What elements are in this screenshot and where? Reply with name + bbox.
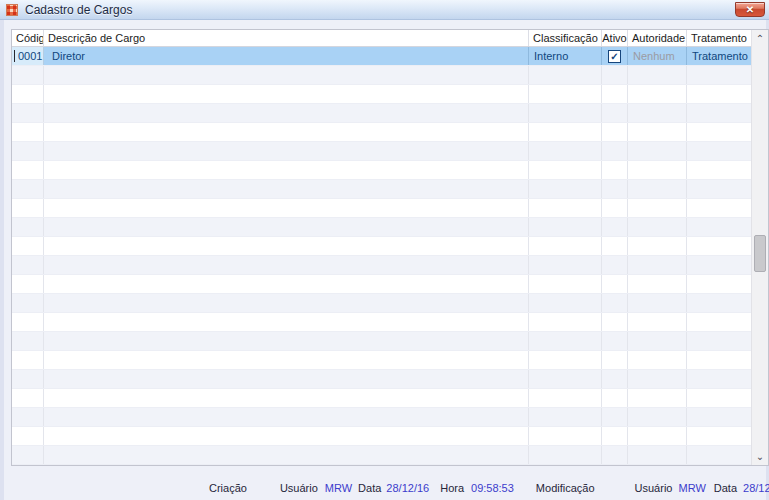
empty-cell — [529, 332, 602, 350]
cell-autoridade[interactable]: Nenhum — [628, 47, 687, 65]
empty-cell — [687, 66, 751, 84]
empty-cell — [687, 123, 751, 141]
cell-classificacao[interactable]: Interno — [529, 47, 602, 65]
empty-cell — [529, 256, 602, 274]
empty-cell — [529, 180, 602, 198]
grid-body: 0001 Diretor Interno ✓ Nenhum Tratamento — [12, 47, 751, 465]
empty-cell — [628, 218, 687, 236]
data-label-criacao: Data — [358, 482, 381, 494]
empty-cell — [687, 313, 751, 331]
empty-cell — [12, 237, 44, 255]
empty-cell — [602, 370, 628, 388]
grid-header: Código Descrição de Cargo Classificação … — [12, 30, 751, 47]
table-row-selected[interactable]: 0001 Diretor Interno ✓ Nenhum Tratamento — [12, 47, 751, 66]
empty-cell — [12, 256, 44, 274]
empty-cell — [687, 142, 751, 160]
empty-cell — [628, 180, 687, 198]
column-header-tratamento[interactable]: Tratamento — [687, 30, 751, 46]
table-row-empty — [12, 218, 751, 237]
empty-cell — [687, 237, 751, 255]
table-row-empty — [12, 370, 751, 389]
column-header-descricao[interactable]: Descrição de Cargo — [44, 30, 529, 46]
empty-cell — [602, 161, 628, 179]
table-row-empty — [12, 161, 751, 180]
empty-cell — [529, 294, 602, 312]
modificacao-label: Modificação — [536, 482, 595, 494]
cell-tratamento[interactable]: Tratamento — [687, 47, 751, 65]
empty-cell — [12, 180, 44, 198]
empty-cell — [628, 161, 687, 179]
empty-cell — [12, 85, 44, 103]
empty-cell — [602, 256, 628, 274]
table-row-empty — [12, 256, 751, 275]
cell-codigo-editor[interactable]: 0001 — [12, 47, 44, 65]
table-row-empty — [12, 142, 751, 161]
empty-cell — [628, 85, 687, 103]
empty-cell — [687, 446, 751, 464]
ativo-checkbox[interactable]: ✓ — [608, 50, 621, 63]
empty-cell — [628, 427, 687, 445]
empty-cell — [628, 408, 687, 426]
empty-cell — [602, 85, 628, 103]
empty-cell — [44, 370, 529, 388]
window-title: Cadastro de Cargos — [25, 0, 132, 20]
column-header-autoridade[interactable]: Autoridade — [628, 30, 687, 46]
empty-cell — [12, 104, 44, 122]
empty-cell — [628, 332, 687, 350]
scroll-down-button[interactable]: ⌄ — [752, 448, 768, 465]
empty-cell — [602, 275, 628, 293]
empty-cell — [687, 389, 751, 407]
column-header-ativo[interactable]: Ativo — [602, 30, 628, 46]
empty-cell — [602, 104, 628, 122]
table-row-empty — [12, 313, 751, 332]
empty-cell — [12, 199, 44, 217]
empty-cell — [687, 408, 751, 426]
empty-cell — [529, 313, 602, 331]
empty-cell — [44, 332, 529, 350]
close-button[interactable]: ✕ — [735, 2, 765, 17]
vertical-scrollbar[interactable]: ⌃ ⌄ — [751, 30, 768, 465]
close-icon: ✕ — [746, 3, 754, 16]
scrollbar-thumb[interactable] — [754, 235, 766, 272]
criacao-label: Criação — [209, 482, 247, 494]
empty-cell — [44, 275, 529, 293]
empty-cell — [44, 161, 529, 179]
table-row-empty — [12, 427, 751, 446]
column-header-codigo[interactable]: Código — [12, 30, 44, 46]
table-row-empty — [12, 180, 751, 199]
empty-cell — [529, 85, 602, 103]
scroll-up-button[interactable]: ⌃ — [752, 30, 768, 47]
empty-cell — [529, 408, 602, 426]
empty-cell — [628, 294, 687, 312]
empty-cell — [529, 199, 602, 217]
empty-cell — [529, 66, 602, 84]
empty-cell — [44, 199, 529, 217]
empty-cell — [44, 313, 529, 331]
empty-cell — [687, 351, 751, 369]
empty-cell — [529, 351, 602, 369]
table-row-empty — [12, 85, 751, 104]
empty-cell — [628, 389, 687, 407]
table-row-empty — [12, 66, 751, 85]
table-row-empty — [12, 123, 751, 142]
table-row-empty — [12, 199, 751, 218]
empty-cell — [602, 389, 628, 407]
app-icon — [6, 4, 18, 16]
empty-cell — [529, 123, 602, 141]
checkmark-icon: ✓ — [610, 51, 618, 62]
empty-cell — [687, 332, 751, 350]
cell-descricao[interactable]: Diretor — [44, 47, 529, 65]
column-header-classificacao[interactable]: Classificação — [529, 30, 602, 46]
titlebar[interactable]: Cadastro de Cargos ✕ — [0, 0, 769, 20]
empty-cell — [628, 199, 687, 217]
empty-cell — [44, 180, 529, 198]
empty-cell — [602, 66, 628, 84]
empty-cell — [687, 199, 751, 217]
chevron-up-icon: ⌃ — [756, 33, 764, 44]
usuario-label-criacao: Usuário — [280, 482, 318, 494]
empty-cell — [687, 161, 751, 179]
empty-cell — [628, 351, 687, 369]
empty-cell — [12, 427, 44, 445]
table-row-empty — [12, 104, 751, 123]
empty-cell — [12, 313, 44, 331]
